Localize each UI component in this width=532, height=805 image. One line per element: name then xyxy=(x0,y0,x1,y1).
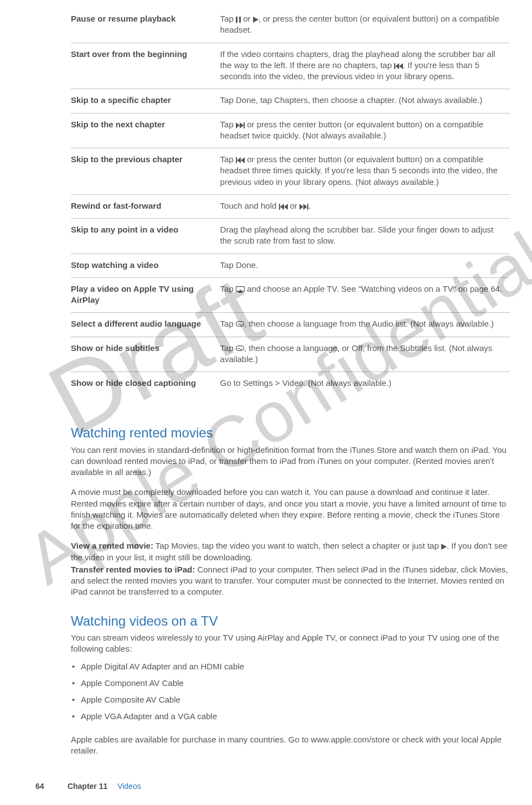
tv-cable-list: Apple Digital AV Adapter and an HDMI cab… xyxy=(71,658,510,725)
list-item: Apple Component AV Cable xyxy=(71,675,510,692)
action-description: Tap , then choose a language, or Off, fr… xyxy=(220,337,510,372)
section-heading-tv: Watching videos on a TV xyxy=(71,612,510,630)
action-label: Select a different audio language xyxy=(71,313,220,337)
skip-forward-icon xyxy=(299,201,308,210)
action-label: Skip to the previous chapter xyxy=(71,148,220,195)
svg-marker-15 xyxy=(299,204,303,210)
svg-marker-7 xyxy=(240,122,244,128)
action-label: Stop watching a video xyxy=(71,254,220,277)
section-heading-rented: Watching rented movies xyxy=(71,424,510,442)
action-description: Tap or press the center button (or equiv… xyxy=(220,113,510,148)
airplay-icon xyxy=(236,284,245,293)
svg-rect-17 xyxy=(307,204,308,210)
action-label: Start over from the beginning xyxy=(71,43,220,89)
body-content: Watching rented movies You can rent movi… xyxy=(71,424,510,756)
table-row: Play a video on Apple TV using AirPlayTa… xyxy=(71,277,510,313)
action-description: Tap or , or press the center button (or … xyxy=(220,8,510,43)
svg-marker-16 xyxy=(303,204,307,210)
action-description: If the video contains chapters, drag the… xyxy=(220,43,510,89)
svg-rect-20 xyxy=(236,322,244,327)
audio-language-icon xyxy=(236,319,244,328)
rented-paragraph-2: A movie must be completely downloaded be… xyxy=(71,487,510,531)
svg-marker-22 xyxy=(441,544,447,550)
svg-rect-8 xyxy=(244,122,245,128)
table-row: Skip to the next chapterTap or press the… xyxy=(71,113,510,148)
table-row: Skip to any point in a videoDrag the pla… xyxy=(71,219,510,254)
action-label: Rewind or fast-forward xyxy=(71,194,220,218)
svg-rect-9 xyxy=(236,157,237,163)
table-row: Show or hide subtitlesTap , then choose … xyxy=(71,337,510,372)
list-item: Apple VGA Adapter and a VGA cable xyxy=(71,708,510,725)
rented-view-text-pre: Tap Movies, tap the video you want to wa… xyxy=(153,541,441,550)
rented-transfer-line: Transfer rented movies to iPad: Connect … xyxy=(71,564,510,598)
table-row: Select a different audio languageTap , t… xyxy=(71,313,510,337)
svg-rect-0 xyxy=(236,17,237,23)
skip-back-icon xyxy=(394,60,403,70)
page-footer: 64 Chapter 11 Videos xyxy=(0,781,532,792)
svg-marker-10 xyxy=(237,157,241,163)
pause-icon xyxy=(236,14,241,23)
skip-back-icon xyxy=(236,154,245,164)
chapter-title: Videos xyxy=(117,782,141,791)
tv-outro: Apple cables are available for purchase … xyxy=(71,734,510,757)
action-description: Tap or press the center button (or equiv… xyxy=(220,148,510,195)
rented-view-label: View a rented movie: xyxy=(71,541,153,550)
table-row: Skip to a specific chapterTap Done, tap … xyxy=(71,89,510,113)
chapter-label: Chapter 11 xyxy=(68,782,107,791)
table-row: Pause or resume playbackTap or , or pres… xyxy=(71,8,510,43)
playback-actions-table: Pause or resume playbackTap or , or pres… xyxy=(71,8,510,395)
action-description: Drag the playhead along the scrubber bar… xyxy=(220,219,510,254)
table-row: Rewind or fast-forwardTouch and hold or … xyxy=(71,194,510,218)
table-row: Show or hide closed captioningGo to Sett… xyxy=(71,372,510,396)
action-label: Play a video on Apple TV using AirPlay xyxy=(71,277,220,313)
skip-forward-icon xyxy=(236,120,245,129)
document-page: Draft Apple Confidential Pause or resume… xyxy=(0,0,532,805)
list-item: Apple Composite AV Cable xyxy=(71,692,510,708)
svg-rect-12 xyxy=(279,204,280,210)
skip-back-icon xyxy=(279,201,288,210)
action-description: Tap and choose an Apple TV. See "Watchin… xyxy=(220,277,510,313)
table-row: Start over from the beginningIf the vide… xyxy=(71,43,510,89)
tv-intro: You can stream videos wirelessly to your… xyxy=(71,632,510,655)
table-row: Skip to the previous chapterTap or press… xyxy=(71,148,510,195)
svg-rect-1 xyxy=(239,17,241,23)
play-icon xyxy=(253,14,259,23)
action-label: Show or hide closed captioning xyxy=(71,372,220,396)
list-item: Apple Digital AV Adapter and an HDMI cab… xyxy=(71,658,510,675)
action-label: Skip to any point in a video xyxy=(71,219,220,254)
audio-language-icon xyxy=(236,343,244,353)
table-row: Stop watching a videoTap Done. xyxy=(71,254,510,277)
action-label: Pause or resume playback xyxy=(71,8,220,43)
action-label: Show or hide subtitles xyxy=(71,337,220,372)
svg-marker-5 xyxy=(399,63,403,69)
svg-marker-11 xyxy=(241,157,245,163)
svg-rect-3 xyxy=(394,63,395,69)
rented-view-line: View a rented movie: Tap Movies, tap the… xyxy=(71,540,510,563)
svg-marker-14 xyxy=(284,204,288,210)
action-description: Go to Settings > Video. (Not always avai… xyxy=(220,372,510,396)
svg-marker-13 xyxy=(280,204,284,210)
svg-marker-2 xyxy=(253,17,259,23)
svg-marker-4 xyxy=(395,63,399,69)
action-description: Tap Done, tap Chapters, then choose a ch… xyxy=(220,89,510,113)
action-description: Tap Done. xyxy=(220,254,510,277)
rented-paragraph-1: You can rent movies in standard-definiti… xyxy=(71,445,510,478)
svg-rect-21 xyxy=(236,345,244,350)
action-label: Skip to a specific chapter xyxy=(71,89,220,113)
page-number: 64 xyxy=(35,781,65,792)
action-description: Touch and hold or . xyxy=(220,194,510,218)
svg-marker-6 xyxy=(236,122,240,128)
rented-transfer-label: Transfer rented movies to iPad: xyxy=(71,565,195,574)
action-label: Skip to the next chapter xyxy=(71,113,220,148)
play-icon xyxy=(441,541,447,550)
action-description: Tap , then choose a language from the Au… xyxy=(220,313,510,337)
